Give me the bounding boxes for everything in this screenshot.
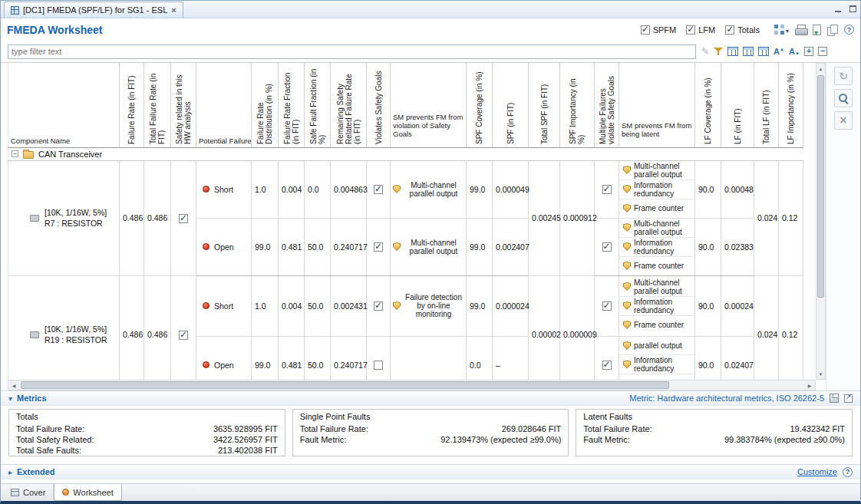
potential-failure-cell[interactable]: Short	[196, 275, 252, 336]
violates-checkbox[interactable]	[374, 185, 383, 194]
fr-fraction-cell[interactable]: 0.004	[279, 275, 305, 336]
tab-worksheet[interactable]: Worksheet	[54, 484, 121, 501]
totals-checkbox[interactable]	[725, 25, 734, 35]
col-header-multiple-failures[interactable]: Multiple Failures violate Safety Goals	[595, 63, 619, 147]
scroll-right-icon[interactable]	[804, 380, 815, 390]
violates-checkbox[interactable]	[374, 361, 383, 370]
potential-failure-cell[interactable]: Open	[196, 218, 252, 275]
extended-section-header[interactable]: Extended Customize	[1, 464, 860, 479]
col-header-remaining-rate[interactable]: Remaining Safety Related Failure Rate (i…	[331, 63, 367, 147]
lf-cell[interactable]: 0.02383	[721, 218, 754, 275]
lf-cell[interactable]: 0.02407	[721, 336, 754, 380]
horizontal-scrollbar-thumb[interactable]	[21, 381, 669, 389]
spf-coverage-cell[interactable]: 99.0	[467, 218, 493, 275]
lf-importancy-cell[interactable]: 0.12	[779, 160, 803, 275]
customize-link[interactable]: Customize	[797, 467, 837, 476]
sm-violation-cell[interactable]: Multi-channel parallel output	[391, 160, 467, 218]
safety-related-cell[interactable]	[171, 275, 196, 380]
col-header-sm-prevents-violation[interactable]: SM prevents FM from violation of Safety …	[391, 63, 467, 147]
col-header-fr-distribution[interactable]: Failure Rate Distribution (in %)	[252, 63, 279, 147]
remaining-rate-cell[interactable]: 0.002431	[331, 275, 367, 336]
lf-coverage-cell[interactable]: 90.0	[695, 275, 721, 336]
fr-distribution-cell[interactable]: 1.0	[252, 275, 279, 336]
multiple-failures-checkbox[interactable]	[602, 185, 612, 194]
col-header-safe-fault-fraction[interactable]: Safe Fault Fraction (in %)	[305, 63, 331, 147]
fr-fraction-cell[interactable]: 0.481	[279, 218, 305, 275]
potential-failure-cell[interactable]: Short	[196, 160, 252, 218]
multiple-failures-cell[interactable]	[595, 218, 619, 275]
col-header-spf-coverage[interactable]: SPF Coverage (in %)	[467, 63, 493, 147]
tab-cover[interactable]: Cover	[3, 484, 54, 501]
expand-triangle-icon[interactable]	[8, 467, 12, 476]
collapse-expander-icon[interactable]	[12, 150, 18, 157]
metric-standard-link[interactable]: Metric: Hardware architectural metrics, …	[629, 394, 824, 403]
col-header-lf-importancy[interactable]: LF Importancy (in %)	[779, 63, 803, 147]
safety-related-cell[interactable]	[171, 160, 196, 275]
table-row[interactable]: [10K, 1/16W, 5%] R7 : RESISTOR 0.486 0.4…	[8, 160, 803, 218]
expand-all-icon[interactable]	[804, 47, 813, 56]
filter-settings-icon[interactable]	[714, 47, 723, 56]
spf-coverage-cell[interactable]: 99.0	[467, 275, 493, 336]
lf-coverage-cell[interactable]: 90.0	[695, 218, 721, 275]
spfm-toggle[interactable]: SPFM	[641, 25, 677, 35]
safe-fault-fraction-cell[interactable]: 50.0	[305, 275, 331, 336]
multiple-failures-checkbox[interactable]	[602, 242, 612, 252]
scroll-up-icon[interactable]	[816, 64, 825, 74]
col-header-total-spf[interactable]: Total SPF (in FIT)	[529, 63, 560, 147]
sm-violation-cell[interactable]: Failure detection by on-line monitoring	[391, 275, 467, 336]
lf-coverage-cell[interactable]: 90.0	[695, 160, 721, 218]
col-header-lf-coverage[interactable]: LF Coverage (in %)	[695, 63, 721, 147]
open-external-icon[interactable]	[844, 394, 853, 403]
col-header-safety-related[interactable]: Safety related in this HW analysis	[171, 63, 196, 147]
remaining-rate-cell[interactable]: 0.240717	[331, 218, 367, 275]
col-header-potential-failures[interactable]: Potential Failures	[196, 63, 252, 147]
spf-coverage-cell[interactable]: 0.0	[467, 336, 493, 380]
sm-latent-cell[interactable]: Multi-channel parallel output Informatio…	[619, 275, 695, 336]
spf-cell[interactable]: 0.000049	[493, 160, 529, 218]
fr-fraction-cell[interactable]: 0.004	[279, 160, 305, 218]
minimize-button[interactable]	[834, 5, 843, 13]
table-view-spfm-icon[interactable]	[743, 47, 754, 56]
horizontal-scrollbar[interactable]	[8, 380, 816, 390]
component-cell[interactable]: [10K, 1/16W, 5%] R19 : RESISTOR	[8, 275, 120, 380]
safe-fault-fraction-cell[interactable]: 0.0	[305, 160, 331, 218]
multiple-failures-cell[interactable]	[595, 275, 619, 336]
help-icon[interactable]	[844, 25, 854, 35]
scroll-down-icon[interactable]	[816, 369, 825, 379]
violates-checkbox[interactable]	[374, 242, 383, 252]
copy-icon[interactable]	[827, 25, 838, 35]
font-decrease-icon[interactable]	[789, 47, 800, 56]
multiple-failures-cell[interactable]	[595, 336, 619, 380]
violates-cell[interactable]	[367, 275, 391, 336]
lf-cell[interactable]: 0.00048	[721, 160, 754, 218]
violates-cell[interactable]	[367, 160, 391, 218]
col-header-total-lf[interactable]: Total LF (in FIT)	[754, 63, 779, 147]
safety-related-checkbox[interactable]	[179, 214, 188, 223]
sm-latent-cell[interactable]: Multi-channel parallel output Informatio…	[619, 160, 695, 218]
col-header-sm-prevents-latent[interactable]: SM prevents FM from being latent	[619, 63, 695, 147]
tab-close-icon[interactable]	[171, 5, 176, 15]
violates-cell[interactable]	[367, 218, 391, 275]
totals-toggle[interactable]: Totals	[725, 25, 760, 35]
maximize-button[interactable]	[849, 5, 857, 13]
total-failure-rate-cell[interactable]: 0.486	[144, 160, 171, 275]
table-view-all-icon[interactable]	[727, 47, 738, 56]
potential-failure-cell[interactable]: Open	[196, 336, 252, 380]
lf-cell[interactable]: 0.00024	[721, 275, 754, 336]
zoom-button[interactable]	[834, 89, 853, 107]
edit-filter-icon[interactable]	[701, 46, 709, 57]
collapse-triangle-icon[interactable]	[8, 394, 12, 403]
col-header-failure-rate[interactable]: Failure Rate (in FIT)	[120, 63, 144, 147]
total-spf-cell[interactable]: 0.00245	[529, 160, 560, 275]
safety-related-checkbox[interactable]	[179, 331, 188, 340]
view-mode-dropdown-button[interactable]	[774, 25, 789, 35]
fr-fraction-cell[interactable]: 0.481	[279, 336, 305, 380]
violates-cell[interactable]	[367, 336, 391, 380]
col-header-spf[interactable]: SPF (in FIT)	[493, 63, 529, 147]
refresh-button[interactable]	[834, 67, 853, 85]
help-icon[interactable]	[843, 467, 853, 477]
collapse-all-icon[interactable]	[818, 47, 827, 56]
multiple-failures-checkbox[interactable]	[602, 361, 612, 370]
table-row[interactable]: [10K, 1/16W, 5%] R19 : RESISTOR 0.486 0.…	[8, 275, 803, 336]
sm-latent-cell[interactable]: Multi-channel parallel output Informatio…	[619, 218, 695, 275]
